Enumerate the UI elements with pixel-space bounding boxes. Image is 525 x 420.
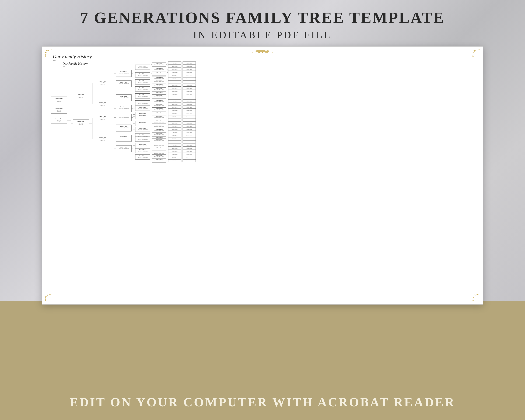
document-container: Our Family History Title .box { fill: wh… [42,46,483,305]
svg-text:Date of Birth - Place of Birth: Date of Birth - Place of Birth [154,86,164,86]
svg-text:Date of Birth - Place of Birth: Date of Birth - Place of Birth [154,81,164,82]
svg-text:Place of Birth: Place of Birth [57,121,61,122]
svg-text:Father's Name: Father's Name [139,137,146,138]
svg-text:Mother's Name: Mother's Name [139,101,146,102]
svg-text:Father's Name: Father's Name [187,94,192,95]
svg-text:Mother's Name: Mother's Name [156,143,163,145]
svg-text:Father's Name: Father's Name [156,80,163,81]
svg-text:Date of Birth - Place of Birth: Date of Birth - Place of Birth [119,97,129,98]
svg-text:Mother's Name: Mother's Name [172,98,178,99]
svg-text:Father's Name: Father's Name [187,145,192,146]
svg-text:Mother's Name: Mother's Name [172,161,178,162]
svg-text:Mother's Name: Mother's Name [120,126,127,127]
svg-text:Father's Name: Father's Name [187,151,192,152]
svg-text:Date of Birth - Place of Birth: Date of Birth - Place of Birth [119,138,129,138]
svg-text:Mother's Name: Mother's Name [187,117,192,117]
svg-text:Father's Name: Father's Name [187,157,192,158]
svg-text:Mother's Name: Mother's Name [156,77,163,78]
svg-text:Father's Name: Father's Name [156,116,163,117]
svg-text:Date of Birth - Place of Birth: Date of Birth - Place of Birth [154,130,164,131]
svg-text:Father's Name: Father's Name [156,139,163,140]
svg-text:Mother's Name: Mother's Name [172,66,178,67]
svg-text:Mother's Name: Mother's Name [187,142,192,143]
svg-text:Mother's Name: Mother's Name [99,102,106,103]
svg-text:Mother's Name: Mother's Name [139,73,146,74]
svg-text:Title: Title [63,66,65,67]
svg-text:Father's Name: Father's Name [156,125,163,126]
svg-text:Place of Birth: Place of Birth [101,84,105,85]
svg-text:Father's Name: Father's Name [172,126,178,127]
svg-text:Person's Name: Person's Name [56,108,63,109]
svg-text:Date of Birth - Place of Birth: Date of Birth - Place of Birth [154,114,164,115]
header-section: 7 GENERATIONS FAMILY TREE TEMPLATE IN ED… [0,9,525,41]
svg-text:Date of Birth - Place of Birth: Date of Birth - Place of Birth [154,94,164,94]
svg-text:Date of Birth - Place of Birth: Date of Birth - Place of Birth [154,105,164,106]
svg-text:Mother's Name: Mother's Name [187,123,192,124]
svg-point-0 [45,56,46,57]
svg-text:Father's Name: Father's Name [156,112,163,113]
svg-text:Date of Birth: Date of Birth [79,123,83,124]
svg-text:Date of Birth - Place of Birth: Date of Birth - Place of Birth [138,89,148,90]
svg-text:Mother's Name: Mother's Name [187,72,192,73]
svg-text:Mother's Name: Mother's Name [187,85,192,86]
svg-text:Father's Name: Father's Name [187,82,192,82]
svg-text:Date of Birth - Place of Birth: Date of Birth - Place of Birth [154,140,164,141]
svg-text:Date of Birth - Place of Birth: Date of Birth - Place of Birth [138,96,148,97]
svg-text:Father's Name: Father's Name [156,72,163,73]
svg-text:Date of Birth - Place of Birth: Date of Birth - Place of Birth [138,75,148,76]
svg-text:Father's Name: Father's Name [172,157,178,158]
svg-text:Place of Birth: Place of Birth [57,111,61,112]
svg-text:Person's Name: Person's Name [56,118,63,119]
svg-text:Father's Name: Father's Name [187,138,192,139]
svg-text:Mother's Name: Mother's Name [139,87,146,88]
corner-ornament-bl [45,292,53,302]
svg-text:Date of Birth - Place of Birth: Date of Birth - Place of Birth [154,126,164,127]
svg-text:Date of Birth - Place of Birth: Date of Birth - Place of Birth [154,69,164,70]
svg-text:Mother's Name: Mother's Name [156,129,163,130]
svg-text:Father's Name: Father's Name [100,116,106,117]
svg-text:Mother's Name: Mother's Name [172,142,178,143]
svg-text:Mother's Name: Mother's Name [172,117,178,117]
svg-text:Father's Name: Father's Name [187,69,192,70]
svg-text:Father's Name: Father's Name [156,88,163,89]
svg-text:Date of Birth: Date of Birth [101,118,105,119]
svg-text:Father's Name: Father's Name [172,151,178,152]
svg-text:Father's Name: Father's Name [187,88,192,89]
svg-text:Place of Birth: Place of Birth [101,105,105,106]
svg-text:Father's Name: Father's Name [139,128,146,129]
svg-text:Date of Birth - Place of Birth: Date of Birth - Place of Birth [154,101,164,102]
corner-ornament-tl [45,49,53,58]
svg-text:Father's Name: Father's Name [187,120,192,120]
svg-text:Father's Name: Father's Name [139,94,146,95]
svg-text:Father's Name: Father's Name [139,80,146,81]
svg-text:Mother's Name: Mother's Name [187,129,192,130]
svg-text:Date of Birth: Date of Birth [57,120,61,121]
svg-text:Date of Birth - Place of Birth: Date of Birth - Place of Birth [119,128,129,128]
svg-text:Mother's Name: Mother's Name [99,137,106,138]
svg-text:Father's Name: Father's Name [172,82,178,82]
svg-text:Father's Name: Father's Name [120,136,127,137]
svg-text:Date of Birth - Place of Birth: Date of Birth - Place of Birth [138,103,148,104]
svg-text:Father's Name: Father's Name [78,94,84,95]
svg-text:Date of Birth: Date of Birth [79,96,83,97]
svg-text:Mother's Name: Mother's Name [139,134,146,135]
svg-text:Father's Name: Father's Name [156,63,163,64]
svg-text:Date of Birth - Place of Birth: Date of Birth - Place of Birth [154,145,164,146]
svg-text:Father's Name: Father's Name [187,132,192,133]
svg-text:Father's Name: Father's Name [120,96,127,97]
footer-text: EDIT ON YOUR COMPUTER WITH ACROBAT READE… [0,395,525,410]
svg-text:Mother's Name: Mother's Name [172,148,178,149]
svg-text:Person's Name: Person's Name [56,98,63,99]
svg-text:Mother's Name: Mother's Name [172,154,178,155]
svg-text:Date of Birth - Place of Birth: Date of Birth - Place of Birth [138,151,148,152]
svg-text:Father's Name: Father's Name [172,63,178,64]
svg-text:Mother's Name: Mother's Name [172,135,178,136]
svg-text:Mother's Name: Mother's Name [172,85,178,86]
svg-text:Mother's Name: Mother's Name [187,91,192,92]
svg-point-2 [45,300,46,301]
svg-text:Date of Birth: Date of Birth [101,138,105,139]
svg-point-3 [473,300,474,301]
corner-ornament-br [472,292,480,302]
svg-text:Date of Birth: Date of Birth [57,110,61,111]
svg-text:Mother's Name: Mother's Name [172,110,178,111]
